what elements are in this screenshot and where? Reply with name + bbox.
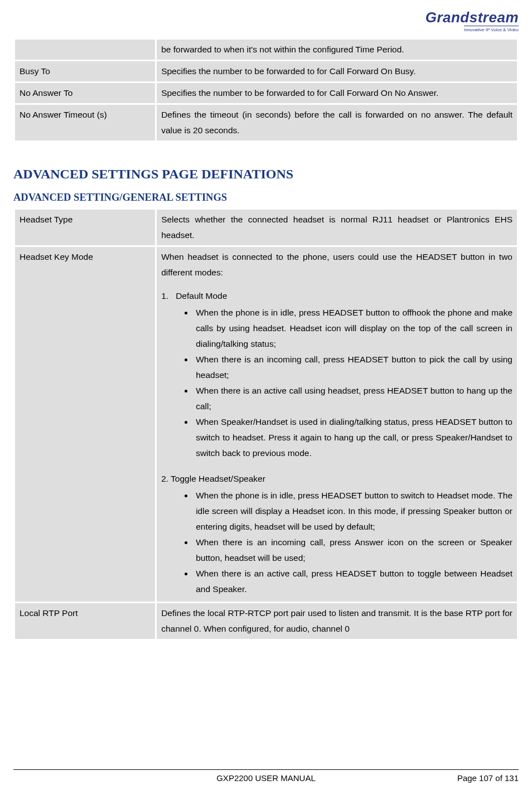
footer-title: GXP2200 USER MANUAL — [180, 773, 352, 783]
setting-value: Defines the timeout (in seconds) before … — [157, 105, 517, 140]
mode1-title: Default Mode — [176, 291, 227, 300]
logo-text: Grandstream — [425, 10, 519, 25]
table-row: Headset Type Selects whether the connect… — [15, 210, 517, 245]
table-row: No Answer To Specifies the number to be … — [15, 83, 517, 103]
setting-label: Headset Type — [15, 210, 155, 245]
setting-value: be forwarded to when it's not within the… — [157, 40, 517, 60]
list-item: When there is an active call using heads… — [194, 383, 512, 414]
table-row: Busy To Specifies the number to be forwa… — [15, 61, 517, 81]
list-item: When Speaker/Handset is used in dialing/… — [194, 414, 512, 461]
setting-value: Specifies the number to be forwarded to … — [157, 83, 517, 103]
setting-label: Headset Key Mode — [15, 247, 155, 602]
mode1-heading: 1.Default Mode — [161, 288, 512, 304]
list-item: When the phone is in idle, press HEADSET… — [194, 305, 512, 352]
list-item: When there is an incoming call, press HE… — [194, 352, 512, 383]
modes-intro: When headset is connected to the phone, … — [161, 249, 512, 280]
mode1-bullets: When the phone is in idle, press HEADSET… — [194, 305, 512, 461]
top-settings-table: be forwarded to when it's not within the… — [13, 38, 519, 142]
setting-label — [15, 40, 155, 60]
list-item: When the phone is in idle, press HEADSET… — [194, 488, 512, 535]
page: Grandstream Innovative IP Voice & Video … — [0, 0, 532, 795]
mode1-number: 1. — [161, 288, 176, 304]
setting-value: Defines the local RTP-RTCP port pair use… — [157, 603, 517, 639]
brand-logo: Grandstream Innovative IP Voice & Video — [425, 10, 519, 32]
mode2-heading: 2. Toggle Headset/Speaker — [161, 471, 512, 487]
page-header: Grandstream Innovative IP Voice & Video — [13, 10, 519, 32]
section-heading: ADVANCED SETTINGS PAGE DEFINATIONS — [13, 167, 519, 182]
footer-divider — [13, 769, 519, 770]
setting-label: Local RTP Port — [15, 603, 155, 639]
list-item: When there is an incoming call, press An… — [194, 535, 512, 566]
footer-left — [13, 773, 180, 783]
table-row: Headset Key Mode When headset is connect… — [15, 247, 517, 602]
list-item: When there is an active call, press HEAD… — [194, 566, 512, 597]
table-row: be forwarded to when it's not within the… — [15, 40, 517, 60]
setting-label: Busy To — [15, 61, 155, 81]
table-row: Local RTP Port Defines the local RTP-RTC… — [15, 603, 517, 639]
subsection-heading: ADVANCED SETTING/GENERAL SETTINGS — [13, 192, 519, 203]
page-footer: GXP2200 USER MANUAL Page 107 of 131 — [13, 769, 519, 783]
table-row: No Answer Timeout (s) Defines the timeou… — [15, 105, 517, 140]
setting-label: No Answer Timeout (s) — [15, 105, 155, 140]
footer-page-number: Page 107 of 131 — [352, 773, 519, 783]
mode2-bullets: When the phone is in idle, press HEADSET… — [194, 488, 512, 597]
setting-value: Specifies the number to be forwarded to … — [157, 61, 517, 81]
advanced-settings-table: Headset Type Selects whether the connect… — [13, 208, 519, 641]
setting-value: Selects whether the connected headset is… — [157, 210, 517, 245]
setting-value: When headset is connected to the phone, … — [157, 247, 517, 602]
footer-row: GXP2200 USER MANUAL Page 107 of 131 — [13, 773, 519, 783]
setting-label: No Answer To — [15, 83, 155, 103]
logo-tagline: Innovative IP Voice & Video — [464, 26, 519, 32]
